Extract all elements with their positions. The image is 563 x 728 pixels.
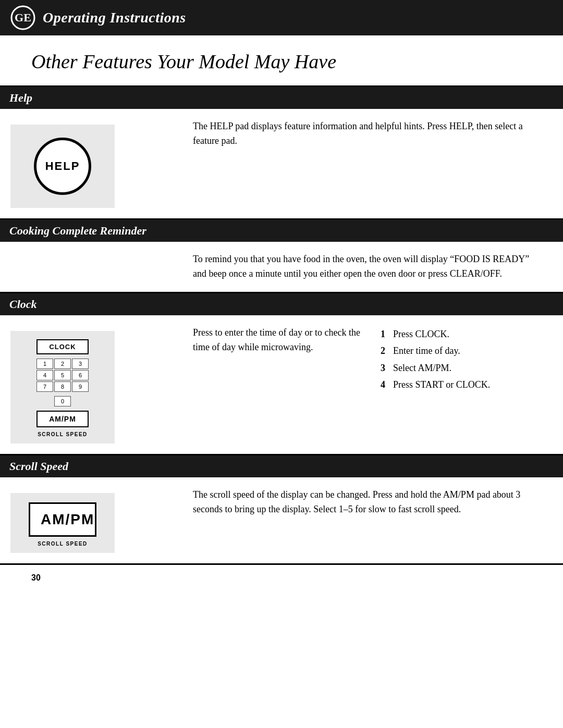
step-text-4: Press START or CLOCK. [393,376,490,393]
ampm-button-label: AM/PM [36,411,89,427]
help-circle: HELP [34,138,91,195]
scroll-speed-label: SCROLL SPEED [38,541,88,547]
section-clock-left: CLOCK 1 2 3 4 5 6 7 8 9 0 AM/PM SCROLL S… [10,326,182,443]
section-scroll-body: AM/PM SCROLL SPEED The scroll speed of t… [0,477,563,563]
ampm-big-image: AM/PM SCROLL SPEED [10,493,115,553]
section-help-description: The HELP pad displays feature informatio… [182,119,553,208]
step-num-1: 1 [381,326,390,342]
section-clock-header: Clock [0,293,563,315]
section-clock-description: Press to enter the time of day or to che… [193,326,375,443]
section-cooking-left [10,252,182,281]
clock-pad-image: CLOCK 1 2 3 4 5 6 7 8 9 0 AM/PM SCROLL S… [10,331,115,443]
numpad-key-6: 6 [72,370,89,380]
numpad-key-9: 9 [72,381,89,392]
section-scroll-left: AM/PM SCROLL SPEED [10,488,182,553]
section-clock-body: CLOCK 1 2 3 4 5 6 7 8 9 0 AM/PM SCROLL S… [0,315,563,454]
section-help: Help HELP The HELP pad displays feature … [0,87,563,220]
page-title: Other Features Your Model May Have [0,35,563,87]
numpad-key-5: 5 [54,370,71,380]
section-help-header: Help [0,87,563,109]
help-circle-label: HELP [45,159,80,173]
section-cooking-title: Cooking Complete Reminder [9,224,146,237]
svg-text:GE: GE [15,11,31,24]
clock-step-1: 1Press CLOCK. [381,326,553,342]
section-clock-title: Clock [9,298,37,311]
clock-step-2: 2Enter time of day. [381,342,553,359]
section-clock-right: Press to enter the time of day or to che… [182,326,553,443]
numpad-zero-row: 0 [36,396,89,406]
header-title: Operating Instructions [43,9,186,26]
numpad-key-7: 7 [36,381,53,392]
scroll-speed-small-label: SCROLL SPEED [38,431,88,437]
section-cooking-description: To remind you that you have food in the … [182,252,553,281]
section-help-title: Help [9,91,32,104]
section-scroll-header: Scroll Speed [0,455,563,477]
step-num-3: 3 [381,360,390,376]
section-cooking-header: Cooking Complete Reminder [0,220,563,242]
section-help-body: HELP The HELP pad displays feature infor… [0,109,563,218]
numpad-key-3: 3 [72,359,89,369]
section-scroll-title: Scroll Speed [9,460,68,473]
numpad-key-0: 0 [54,396,71,406]
step-num-2: 2 [381,342,390,359]
section-help-left: HELP [10,119,182,208]
step-text-2: Enter time of day. [393,342,460,359]
section-cooking-body: To remind you that you have food in the … [0,242,563,292]
clock-button-label: CLOCK [36,339,89,354]
clock-step-4: 4Press START or CLOCK. [381,376,553,393]
section-cooking-complete: Cooking Complete Reminder To remind you … [0,220,563,293]
page-number: 30 [0,565,563,591]
step-text-3: Select AM/PM. [393,360,451,376]
numpad-key-8: 8 [54,381,71,392]
numpad-key-1: 1 [36,359,53,369]
ge-logo: GE [10,5,35,30]
section-clock-steps: 1Press CLOCK. 2Enter time of day. 3Selec… [375,326,553,443]
section-scroll-speed: Scroll Speed AM/PM SCROLL SPEED The scro… [0,455,563,565]
step-text-1: Press CLOCK. [393,326,449,342]
ampm-big-button-label: AM/PM [29,502,96,537]
numpad-key-2: 2 [54,359,71,369]
header: GE Operating Instructions [0,0,563,35]
section-clock: Clock CLOCK 1 2 3 4 5 6 7 8 9 0 [0,293,563,455]
step-num-4: 4 [381,376,390,393]
numpad: 1 2 3 4 5 6 7 8 9 [36,359,89,392]
section-scroll-description: The scroll speed of the display can be c… [182,488,553,553]
numpad-key-4: 4 [36,370,53,380]
clock-step-3: 3Select AM/PM. [381,360,553,376]
help-button-image: HELP [10,125,115,208]
